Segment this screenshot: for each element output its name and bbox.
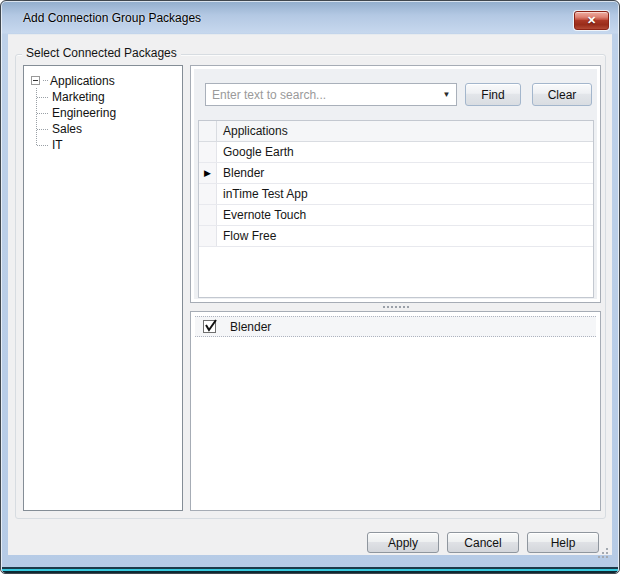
tree-node-it[interactable]: IT [36, 137, 178, 153]
find-button[interactable]: Find [465, 83, 521, 106]
apply-button[interactable]: Apply [367, 532, 439, 553]
grid-cell: Evernote Touch [217, 205, 593, 225]
tree-collapse-icon[interactable] [31, 76, 40, 85]
splitter[interactable] [190, 303, 601, 311]
window-title: Add Connection Group Packages [23, 11, 201, 25]
splitter-grip-icon [383, 306, 409, 308]
tree-children: Marketing Engineering Sales IT [36, 89, 178, 153]
grid-row-evernote-touch[interactable]: Evernote Touch [199, 205, 593, 226]
row-indicator-cell [199, 184, 217, 204]
search-input[interactable] [206, 84, 456, 105]
tree-node-label: Marketing [52, 90, 105, 104]
tree-node-sales[interactable]: Sales [36, 121, 178, 137]
grid-cell: Google Earth [217, 142, 593, 162]
window-bottom-edge [2, 567, 618, 573]
grid-row-google-earth[interactable]: Google Earth [199, 142, 593, 163]
dropdown-arrow-icon[interactable]: ▼ [438, 85, 455, 104]
search-row: ▼ Find Clear [205, 83, 592, 106]
row-indicator-cell: ▶ [199, 163, 217, 183]
help-button[interactable]: Help [527, 532, 599, 553]
grid-row-flow-free[interactable]: Flow Free [199, 226, 593, 247]
packages-tree: Applications Marketing Engineering Sales… [23, 65, 183, 511]
clear-button[interactable]: Clear [532, 83, 592, 106]
close-button[interactable]: ✕ [574, 11, 609, 30]
row-indicator-cell [199, 226, 217, 246]
grid-row-blender[interactable]: ▶ Blender [199, 163, 593, 184]
grid-header-label: Applications [217, 121, 593, 141]
tree-node-marketing[interactable]: Marketing [36, 89, 178, 105]
search-combobox[interactable]: ▼ [205, 83, 457, 106]
cancel-button[interactable]: Cancel [447, 532, 519, 553]
selected-item-label: Blender [230, 320, 271, 334]
grid-cell: Blender [217, 163, 593, 183]
tree-node-label: IT [52, 138, 63, 152]
tree-connector [43, 80, 48, 81]
grid-cell: Flow Free [217, 226, 593, 246]
dialog-client: Select Connected Packages Applications M… [8, 34, 612, 555]
dialog-window: Add Connection Group Packages ✕ Select C… [0, 0, 620, 574]
row-indicator-cell [199, 142, 217, 162]
titlebar[interactable]: Add Connection Group Packages ✕ [1, 1, 619, 34]
search-grid-panel: ▼ Find Clear Applications Google Earth [190, 65, 601, 303]
footer-buttons: Apply Cancel Help [367, 532, 599, 553]
groupbox-label: Select Connected Packages [22, 46, 181, 60]
tree-node-label: Engineering [52, 106, 116, 120]
tree-node-engineering[interactable]: Engineering [36, 105, 178, 121]
grid-cell: inTime Test App [217, 184, 593, 204]
applications-grid: Applications Google Earth ▶ Blender [198, 120, 594, 298]
tree-root-label: Applications [50, 74, 115, 88]
header-indicator-cell [199, 121, 217, 141]
row-indicator-cell [199, 205, 217, 225]
close-icon: ✕ [587, 15, 596, 26]
current-row-icon: ▶ [204, 169, 211, 178]
grid-column-header[interactable]: Applications [199, 121, 593, 142]
tree-node-applications[interactable]: Applications [28, 72, 178, 89]
tree-node-label: Sales [52, 122, 82, 136]
groupbox-select-connected-packages: Select Connected Packages Applications M… [15, 54, 606, 519]
selected-packages-panel: Blender [190, 311, 601, 511]
resize-grip-icon[interactable] [597, 547, 609, 559]
grid-row-intime-test-app[interactable]: inTime Test App [199, 184, 593, 205]
selected-item-blender[interactable]: Blender [195, 316, 596, 337]
right-area: ▼ Find Clear Applications Google Earth [190, 65, 601, 511]
checkbox-checked-icon[interactable] [203, 320, 216, 333]
